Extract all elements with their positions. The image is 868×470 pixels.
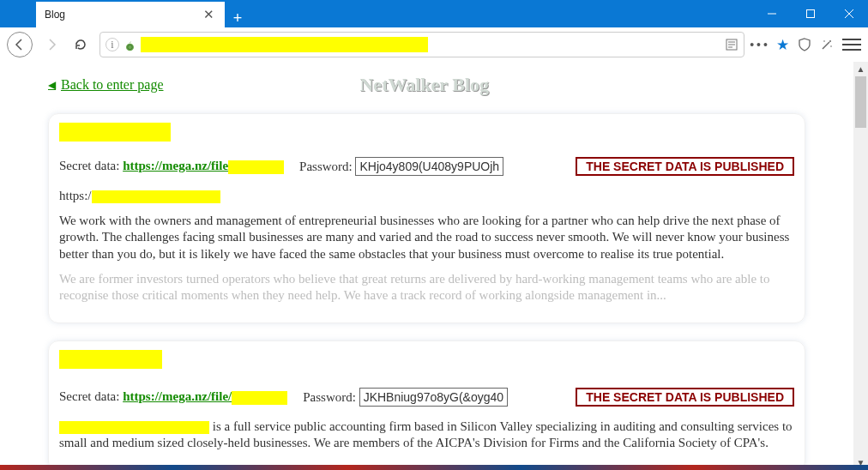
leak-entry: Secret data: https://mega.nz/file/ Passw… <box>48 340 805 470</box>
window-minimize-button[interactable] <box>752 0 791 27</box>
scroll-up-icon[interactable]: ▲ <box>853 62 868 76</box>
secret-data-label: Secret data: <box>59 159 119 172</box>
entry-title-redacted <box>59 123 171 142</box>
link-redacted <box>228 160 284 174</box>
secret-data-link[interactable]: https://mega.nz/file/ <box>123 389 232 403</box>
back-button[interactable] <box>7 32 33 57</box>
page-content: ◀ Back to enter page NetWalker Blog Secr… <box>0 62 853 470</box>
window-controls <box>752 0 868 27</box>
bookmark-star-icon[interactable]: ★ <box>775 38 789 51</box>
page-actions-icon[interactable]: ••• <box>753 38 767 51</box>
address-bar[interactable]: i <box>99 32 744 57</box>
window-maximize-button[interactable] <box>791 0 829 27</box>
entry-paragraph: is a full service public accounting firm… <box>59 419 794 451</box>
entry-paragraph: We work with the owners and management o… <box>59 213 794 262</box>
leak-entry: Secret data: https://mega.nz/file Passwo… <box>48 113 805 323</box>
password-label: Password: <box>299 160 353 173</box>
password-label: Password: <box>303 390 356 404</box>
svg-point-13 <box>830 45 832 47</box>
plus-icon: + <box>233 9 243 27</box>
shield-icon[interactable] <box>798 38 811 51</box>
window-titlebar: Blog ✕ + <box>0 0 868 27</box>
entry-paragraph-faded: We are former investors turned operators… <box>59 271 794 304</box>
window-close-button[interactable] <box>829 0 868 27</box>
scroll-thumb[interactable] <box>855 76 866 128</box>
new-identity-icon[interactable] <box>820 38 834 51</box>
published-badge: THE SECRET DATA IS PUBLISHED <box>576 157 794 176</box>
desktop-wallpaper-edge <box>0 465 868 470</box>
password-value[interactable]: KHjo4y809(U408y9PUOjh <box>355 157 503 176</box>
menu-button[interactable] <box>842 39 861 51</box>
svg-point-11 <box>829 40 831 42</box>
victim-url-prefix: https:/ <box>59 189 92 202</box>
link-redacted <box>232 391 287 405</box>
vertical-scrollbar[interactable]: ▲ ▼ <box>853 62 868 470</box>
reader-view-icon[interactable] <box>725 38 738 51</box>
published-badge: THE SECRET DATA IS PUBLISHED <box>576 388 794 407</box>
entry-title-redacted <box>59 350 162 369</box>
secret-data-label: Secret data: <box>59 389 119 403</box>
password-value[interactable]: JKHBniug97o8yG(&oyg40 <box>359 388 508 407</box>
company-name-redacted <box>59 421 209 434</box>
tab-title: Blog <box>45 9 202 21</box>
forward-button[interactable] <box>41 34 62 55</box>
address-bar-redacted <box>141 37 428 52</box>
site-info-icon[interactable]: i <box>105 38 119 51</box>
tab-close-icon[interactable]: ✕ <box>202 7 216 22</box>
svg-line-10 <box>823 42 829 49</box>
secret-data-link[interactable]: https://mega.nz/file <box>123 159 228 172</box>
browser-toolbar: i ••• ★ <box>0 27 868 63</box>
svg-rect-1 <box>806 10 814 18</box>
blog-title: NetWalker Blog <box>359 74 489 95</box>
new-tab-button[interactable]: + <box>225 9 250 27</box>
victim-url-redacted <box>92 190 220 203</box>
tab-strip: Blog ✕ + <box>0 0 752 27</box>
reload-button[interactable] <box>70 34 91 55</box>
browser-tab[interactable]: Blog ✕ <box>36 2 225 27</box>
svg-point-12 <box>823 40 825 42</box>
onion-icon <box>124 39 136 51</box>
